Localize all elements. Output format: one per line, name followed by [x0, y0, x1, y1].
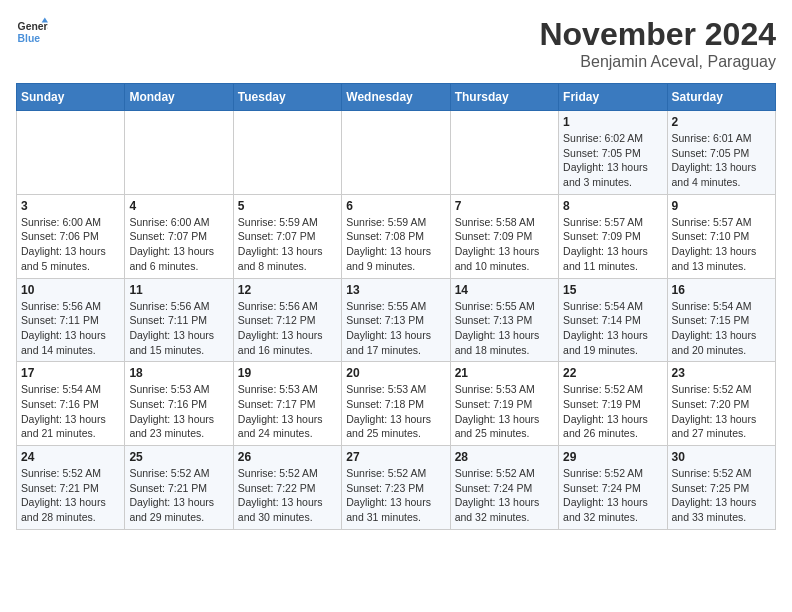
- day-info: Sunrise: 6:00 AMSunset: 7:07 PMDaylight:…: [129, 215, 228, 274]
- calendar-week-row: 1Sunrise: 6:02 AMSunset: 7:05 PMDaylight…: [17, 111, 776, 195]
- day-number: 18: [129, 366, 228, 380]
- weekday-monday: Monday: [125, 84, 233, 111]
- calendar-cell: 15Sunrise: 5:54 AMSunset: 7:14 PMDayligh…: [559, 278, 667, 362]
- calendar-cell: 8Sunrise: 5:57 AMSunset: 7:09 PMDaylight…: [559, 194, 667, 278]
- weekday-row: Sunday Monday Tuesday Wednesday Thursday…: [17, 84, 776, 111]
- calendar-cell: [342, 111, 450, 195]
- day-number: 10: [21, 283, 120, 297]
- day-info: Sunrise: 5:54 AMSunset: 7:16 PMDaylight:…: [21, 382, 120, 441]
- calendar-cell: 23Sunrise: 5:52 AMSunset: 7:20 PMDayligh…: [667, 362, 775, 446]
- weekday-tuesday: Tuesday: [233, 84, 341, 111]
- day-number: 26: [238, 450, 337, 464]
- day-number: 15: [563, 283, 662, 297]
- calendar-cell: 27Sunrise: 5:52 AMSunset: 7:23 PMDayligh…: [342, 446, 450, 530]
- calendar-cell: 22Sunrise: 5:52 AMSunset: 7:19 PMDayligh…: [559, 362, 667, 446]
- day-number: 12: [238, 283, 337, 297]
- calendar-cell: 24Sunrise: 5:52 AMSunset: 7:21 PMDayligh…: [17, 446, 125, 530]
- calendar-cell: 14Sunrise: 5:55 AMSunset: 7:13 PMDayligh…: [450, 278, 558, 362]
- day-number: 4: [129, 199, 228, 213]
- header: General Blue November 2024 Benjamin Acev…: [16, 16, 776, 71]
- day-number: 24: [21, 450, 120, 464]
- day-info: Sunrise: 5:52 AMSunset: 7:19 PMDaylight:…: [563, 382, 662, 441]
- day-number: 17: [21, 366, 120, 380]
- calendar-cell: 11Sunrise: 5:56 AMSunset: 7:11 PMDayligh…: [125, 278, 233, 362]
- calendar-cell: 7Sunrise: 5:58 AMSunset: 7:09 PMDaylight…: [450, 194, 558, 278]
- calendar-table: Sunday Monday Tuesday Wednesday Thursday…: [16, 83, 776, 530]
- day-info: Sunrise: 5:53 AMSunset: 7:16 PMDaylight:…: [129, 382, 228, 441]
- day-info: Sunrise: 5:52 AMSunset: 7:23 PMDaylight:…: [346, 466, 445, 525]
- weekday-saturday: Saturday: [667, 84, 775, 111]
- svg-text:General: General: [18, 21, 48, 32]
- day-info: Sunrise: 5:59 AMSunset: 7:08 PMDaylight:…: [346, 215, 445, 274]
- day-info: Sunrise: 5:52 AMSunset: 7:24 PMDaylight:…: [563, 466, 662, 525]
- day-number: 7: [455, 199, 554, 213]
- calendar-cell: 13Sunrise: 5:55 AMSunset: 7:13 PMDayligh…: [342, 278, 450, 362]
- calendar-cell: 21Sunrise: 5:53 AMSunset: 7:19 PMDayligh…: [450, 362, 558, 446]
- day-number: 30: [672, 450, 771, 464]
- day-info: Sunrise: 6:02 AMSunset: 7:05 PMDaylight:…: [563, 131, 662, 190]
- calendar-cell: 5Sunrise: 5:59 AMSunset: 7:07 PMDaylight…: [233, 194, 341, 278]
- day-number: 25: [129, 450, 228, 464]
- location-title: Benjamin Aceval, Paraguay: [539, 53, 776, 71]
- day-info: Sunrise: 5:55 AMSunset: 7:13 PMDaylight:…: [346, 299, 445, 358]
- day-number: 6: [346, 199, 445, 213]
- day-info: Sunrise: 6:01 AMSunset: 7:05 PMDaylight:…: [672, 131, 771, 190]
- day-info: Sunrise: 5:53 AMSunset: 7:17 PMDaylight:…: [238, 382, 337, 441]
- day-info: Sunrise: 5:53 AMSunset: 7:18 PMDaylight:…: [346, 382, 445, 441]
- day-info: Sunrise: 5:56 AMSunset: 7:11 PMDaylight:…: [21, 299, 120, 358]
- day-info: Sunrise: 5:52 AMSunset: 7:22 PMDaylight:…: [238, 466, 337, 525]
- calendar-cell: 2Sunrise: 6:01 AMSunset: 7:05 PMDaylight…: [667, 111, 775, 195]
- day-info: Sunrise: 5:52 AMSunset: 7:20 PMDaylight:…: [672, 382, 771, 441]
- weekday-wednesday: Wednesday: [342, 84, 450, 111]
- logo-icon: General Blue: [16, 16, 48, 48]
- day-number: 16: [672, 283, 771, 297]
- day-number: 3: [21, 199, 120, 213]
- calendar-cell: [450, 111, 558, 195]
- calendar-cell: 19Sunrise: 5:53 AMSunset: 7:17 PMDayligh…: [233, 362, 341, 446]
- logo: General Blue: [16, 16, 48, 48]
- weekday-thursday: Thursday: [450, 84, 558, 111]
- day-info: Sunrise: 5:56 AMSunset: 7:12 PMDaylight:…: [238, 299, 337, 358]
- calendar-cell: [17, 111, 125, 195]
- day-info: Sunrise: 6:00 AMSunset: 7:06 PMDaylight:…: [21, 215, 120, 274]
- calendar-cell: 18Sunrise: 5:53 AMSunset: 7:16 PMDayligh…: [125, 362, 233, 446]
- day-info: Sunrise: 5:52 AMSunset: 7:21 PMDaylight:…: [129, 466, 228, 525]
- month-title: November 2024: [539, 16, 776, 53]
- day-number: 20: [346, 366, 445, 380]
- weekday-sunday: Sunday: [17, 84, 125, 111]
- day-info: Sunrise: 5:57 AMSunset: 7:09 PMDaylight:…: [563, 215, 662, 274]
- calendar-cell: 26Sunrise: 5:52 AMSunset: 7:22 PMDayligh…: [233, 446, 341, 530]
- day-info: Sunrise: 5:55 AMSunset: 7:13 PMDaylight:…: [455, 299, 554, 358]
- day-number: 29: [563, 450, 662, 464]
- day-number: 23: [672, 366, 771, 380]
- calendar-cell: 1Sunrise: 6:02 AMSunset: 7:05 PMDaylight…: [559, 111, 667, 195]
- day-number: 11: [129, 283, 228, 297]
- day-number: 27: [346, 450, 445, 464]
- day-info: Sunrise: 5:53 AMSunset: 7:19 PMDaylight:…: [455, 382, 554, 441]
- day-info: Sunrise: 5:54 AMSunset: 7:14 PMDaylight:…: [563, 299, 662, 358]
- calendar-cell: 20Sunrise: 5:53 AMSunset: 7:18 PMDayligh…: [342, 362, 450, 446]
- calendar-week-row: 3Sunrise: 6:00 AMSunset: 7:06 PMDaylight…: [17, 194, 776, 278]
- calendar-header: Sunday Monday Tuesday Wednesday Thursday…: [17, 84, 776, 111]
- day-info: Sunrise: 5:52 AMSunset: 7:24 PMDaylight:…: [455, 466, 554, 525]
- day-number: 9: [672, 199, 771, 213]
- calendar-cell: 9Sunrise: 5:57 AMSunset: 7:10 PMDaylight…: [667, 194, 775, 278]
- svg-marker-2: [42, 18, 48, 23]
- calendar-cell: [233, 111, 341, 195]
- calendar-cell: 10Sunrise: 5:56 AMSunset: 7:11 PMDayligh…: [17, 278, 125, 362]
- day-number: 19: [238, 366, 337, 380]
- day-info: Sunrise: 5:58 AMSunset: 7:09 PMDaylight:…: [455, 215, 554, 274]
- day-info: Sunrise: 5:57 AMSunset: 7:10 PMDaylight:…: [672, 215, 771, 274]
- day-number: 2: [672, 115, 771, 129]
- day-info: Sunrise: 5:56 AMSunset: 7:11 PMDaylight:…: [129, 299, 228, 358]
- calendar-week-row: 24Sunrise: 5:52 AMSunset: 7:21 PMDayligh…: [17, 446, 776, 530]
- day-number: 8: [563, 199, 662, 213]
- calendar-week-row: 10Sunrise: 5:56 AMSunset: 7:11 PMDayligh…: [17, 278, 776, 362]
- day-info: Sunrise: 5:59 AMSunset: 7:07 PMDaylight:…: [238, 215, 337, 274]
- day-number: 14: [455, 283, 554, 297]
- day-number: 22: [563, 366, 662, 380]
- calendar-body: 1Sunrise: 6:02 AMSunset: 7:05 PMDaylight…: [17, 111, 776, 530]
- day-number: 21: [455, 366, 554, 380]
- day-number: 1: [563, 115, 662, 129]
- calendar-cell: [125, 111, 233, 195]
